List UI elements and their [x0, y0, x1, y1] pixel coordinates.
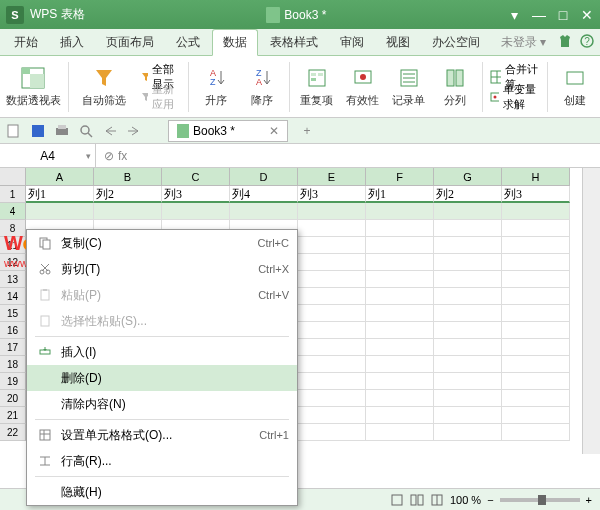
- menu-数据[interactable]: 数据: [212, 29, 258, 56]
- pivot-button[interactable]: 数据透视表: [6, 65, 60, 108]
- col-header-A[interactable]: A: [26, 168, 94, 186]
- cell[interactable]: [502, 237, 570, 254]
- zoom-level[interactable]: 100 %: [450, 494, 481, 506]
- row-header-12[interactable]: 12: [0, 254, 26, 271]
- row-header-1[interactable]: 1: [0, 186, 26, 203]
- menu-办公空间[interactable]: 办公空间: [422, 30, 490, 55]
- cell[interactable]: [502, 271, 570, 288]
- cell[interactable]: [298, 322, 366, 339]
- cell[interactable]: [502, 424, 570, 441]
- ctx-row-height[interactable]: 行高(R)...: [27, 448, 297, 474]
- ctx-copy[interactable]: 复制(C)Ctrl+C: [27, 230, 297, 256]
- zoom-out-button[interactable]: −: [487, 494, 493, 506]
- maximize-button[interactable]: □: [556, 8, 570, 22]
- zoom-slider[interactable]: [500, 498, 580, 502]
- cell[interactable]: 列3: [162, 186, 230, 203]
- row-header-15[interactable]: 15: [0, 305, 26, 322]
- cell[interactable]: [298, 288, 366, 305]
- cell[interactable]: [502, 339, 570, 356]
- cell[interactable]: [366, 390, 434, 407]
- row-header-8[interactable]: 8: [0, 220, 26, 237]
- cell[interactable]: [434, 407, 502, 424]
- cell[interactable]: [434, 288, 502, 305]
- col-header-B[interactable]: B: [94, 168, 162, 186]
- vertical-scrollbar[interactable]: [582, 168, 600, 454]
- cell[interactable]: 列1: [26, 186, 94, 203]
- minimize-button[interactable]: —: [532, 8, 546, 22]
- col-header-G[interactable]: G: [434, 168, 502, 186]
- ctx-clear[interactable]: 清除内容(N): [27, 391, 297, 417]
- cell[interactable]: 列3: [502, 186, 570, 203]
- cell[interactable]: [502, 356, 570, 373]
- record-button[interactable]: 记录单: [390, 65, 428, 108]
- row-header-17[interactable]: 17: [0, 339, 26, 356]
- qat-redo-icon[interactable]: [124, 121, 144, 141]
- cell[interactable]: [94, 203, 162, 220]
- view-pagebreak-icon[interactable]: [430, 493, 444, 507]
- cell[interactable]: [502, 203, 570, 220]
- cell[interactable]: [434, 305, 502, 322]
- ctx-insert[interactable]: 插入(I): [27, 339, 297, 365]
- row-header-18[interactable]: 18: [0, 356, 26, 373]
- menu-插入[interactable]: 插入: [50, 30, 94, 55]
- zoom-in-button[interactable]: +: [586, 494, 592, 506]
- cell[interactable]: [162, 203, 230, 220]
- row-header-22[interactable]: 22: [0, 424, 26, 441]
- row-header-21[interactable]: 21: [0, 407, 26, 424]
- help-icon[interactable]: ?: [580, 34, 596, 50]
- cell[interactable]: [502, 407, 570, 424]
- row-header-19[interactable]: 19: [0, 373, 26, 390]
- cell[interactable]: 列4: [230, 186, 298, 203]
- cell[interactable]: [298, 305, 366, 322]
- col-header-H[interactable]: H: [502, 168, 570, 186]
- cell[interactable]: [298, 254, 366, 271]
- cell[interactable]: [502, 254, 570, 271]
- cell[interactable]: [434, 424, 502, 441]
- menu-视图[interactable]: 视图: [376, 30, 420, 55]
- cell[interactable]: [366, 203, 434, 220]
- cell[interactable]: [502, 322, 570, 339]
- menu-开始[interactable]: 开始: [4, 30, 48, 55]
- ctx-cut[interactable]: 剪切(T)Ctrl+X: [27, 256, 297, 282]
- qat-print-icon[interactable]: [52, 121, 72, 141]
- cell[interactable]: [366, 356, 434, 373]
- row-header-13[interactable]: 13: [0, 271, 26, 288]
- cell[interactable]: [502, 390, 570, 407]
- col-header-F[interactable]: F: [366, 168, 434, 186]
- workbook-tab[interactable]: Book3 * ✕: [168, 120, 288, 142]
- cell[interactable]: [502, 220, 570, 237]
- cell[interactable]: [434, 271, 502, 288]
- qat-undo-icon[interactable]: [100, 121, 120, 141]
- menu-公式[interactable]: 公式: [166, 30, 210, 55]
- cell[interactable]: 列3: [298, 186, 366, 203]
- select-all-corner[interactable]: [0, 168, 26, 186]
- cell[interactable]: [366, 373, 434, 390]
- cell[interactable]: [502, 288, 570, 305]
- add-tab-button[interactable]: +: [298, 122, 316, 140]
- cell[interactable]: [502, 373, 570, 390]
- cell[interactable]: 列1: [366, 186, 434, 203]
- col-header-E[interactable]: E: [298, 168, 366, 186]
- cell[interactable]: [298, 407, 366, 424]
- cell[interactable]: [230, 203, 298, 220]
- solver-button[interactable]: 单变量求解: [490, 88, 539, 106]
- cell[interactable]: [366, 220, 434, 237]
- cell[interactable]: [298, 271, 366, 288]
- ctx-delete[interactable]: 删除(D): [27, 365, 297, 391]
- cell[interactable]: [434, 237, 502, 254]
- tab-close-icon[interactable]: ✕: [269, 124, 279, 138]
- cell[interactable]: [298, 373, 366, 390]
- cell[interactable]: [434, 254, 502, 271]
- menu-页面布局[interactable]: 页面布局: [96, 30, 164, 55]
- qat-new-icon[interactable]: [4, 121, 24, 141]
- row-header-4[interactable]: 4: [0, 203, 26, 220]
- cell[interactable]: [366, 424, 434, 441]
- duplicates-button[interactable]: 重复项: [298, 65, 336, 108]
- cell[interactable]: [434, 322, 502, 339]
- sort-asc-button[interactable]: AZ 升序: [197, 65, 235, 108]
- row-header-14[interactable]: 14: [0, 288, 26, 305]
- col-header-C[interactable]: C: [162, 168, 230, 186]
- cell[interactable]: [298, 356, 366, 373]
- sort-desc-button[interactable]: ZA 降序: [243, 65, 281, 108]
- cell[interactable]: [434, 203, 502, 220]
